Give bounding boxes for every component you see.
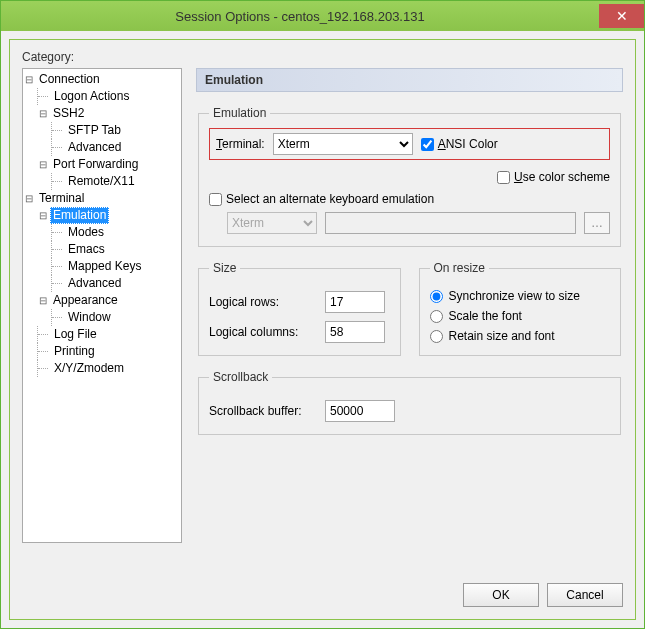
- terminal-select[interactable]: Xterm: [273, 133, 413, 155]
- tree-collapse-icon[interactable]: ⊟: [37, 207, 48, 224]
- tree-collapse-icon[interactable]: ⊟: [37, 292, 48, 309]
- tree-collapse-icon[interactable]: ⊟: [23, 190, 34, 207]
- logical-cols-input[interactable]: [325, 321, 385, 343]
- browse-button: …: [584, 212, 610, 234]
- tree-sftp-tab[interactable]: SFTP Tab: [65, 122, 124, 139]
- window-title: Session Options - centos_192.168.203.131: [1, 9, 599, 24]
- tree-port-forwarding[interactable]: Port Forwarding: [50, 156, 141, 173]
- tree-collapse-icon[interactable]: ⊟: [37, 105, 48, 122]
- dialog-body: Category: ⊟Connection Logon Actions ⊟SSH…: [9, 39, 636, 620]
- tree-appearance[interactable]: Appearance: [50, 292, 121, 309]
- tree-modes[interactable]: Modes: [65, 224, 107, 241]
- category-tree[interactable]: ⊟Connection Logon Actions ⊟SSH2 SFTP Tab…: [22, 68, 182, 543]
- resize-sync-radio[interactable]: [430, 290, 443, 303]
- resize-group: On resize Synchronize view to size Scale…: [419, 261, 622, 356]
- terminal-highlight-row: Terminal: Xterm ANSI Color: [209, 128, 610, 160]
- alt-keyboard-input[interactable]: [209, 193, 222, 206]
- tree-connection[interactable]: Connection: [36, 71, 103, 88]
- tree-emacs[interactable]: Emacs: [65, 241, 108, 258]
- emulation-legend: Emulation: [209, 106, 270, 120]
- resize-retain-radio[interactable]: [430, 330, 443, 343]
- resize-scale-radio[interactable]: [430, 310, 443, 323]
- tree-emulation[interactable]: Emulation: [50, 207, 109, 224]
- logical-rows-input[interactable]: [325, 291, 385, 313]
- tree-ssh2-advanced[interactable]: Advanced: [65, 139, 124, 156]
- scrollback-label: Scrollback buffer:: [209, 404, 319, 418]
- tree-collapse-icon[interactable]: ⊟: [23, 71, 34, 88]
- tree-logon-actions[interactable]: Logon Actions: [51, 88, 132, 105]
- close-button[interactable]: ✕: [599, 4, 644, 28]
- resize-retain-label: Retain size and font: [449, 329, 555, 343]
- logical-cols-label: Logical columns:: [209, 325, 319, 339]
- size-group: Size Logical rows: Logical columns:: [198, 261, 401, 356]
- emulation-group: Emulation Terminal: Xterm ANSI Color: [198, 106, 621, 247]
- tree-log-file[interactable]: Log File: [51, 326, 100, 343]
- ansi-color-checkbox[interactable]: ANSI Color: [421, 137, 498, 151]
- scrollback-input[interactable]: [325, 400, 395, 422]
- tree-printing[interactable]: Printing: [51, 343, 98, 360]
- close-icon: ✕: [616, 8, 628, 24]
- category-label: Category:: [22, 50, 623, 64]
- tree-terminal[interactable]: Terminal: [36, 190, 87, 207]
- resize-sync-label: Synchronize view to size: [449, 289, 580, 303]
- tree-remote-x11[interactable]: Remote/X11: [65, 173, 138, 190]
- alt-keyboard-checkbox[interactable]: Select an alternate keyboard emulation: [209, 192, 434, 206]
- cancel-button[interactable]: Cancel: [547, 583, 623, 607]
- use-color-scheme-checkbox[interactable]: Use color scheme: [497, 170, 610, 184]
- scrollback-legend: Scrollback: [209, 370, 272, 384]
- logical-rows-label: Logical rows:: [209, 295, 319, 309]
- alt-keyboard-select: Xterm: [227, 212, 317, 234]
- ok-button[interactable]: OK: [463, 583, 539, 607]
- tree-collapse-icon[interactable]: ⊟: [37, 156, 48, 173]
- panel-title: Emulation: [196, 68, 623, 92]
- session-options-window: Session Options - centos_192.168.203.131…: [0, 0, 645, 629]
- tree-window[interactable]: Window: [65, 309, 114, 326]
- tree-xyzmodem[interactable]: X/Y/Zmodem: [51, 360, 127, 377]
- tree-mapped-keys[interactable]: Mapped Keys: [65, 258, 144, 275]
- dialog-footer: OK Cancel: [22, 571, 623, 607]
- settings-panel: Emulation Emulation Terminal: Xterm ANSI…: [196, 68, 623, 571]
- use-color-scheme-input[interactable]: [497, 171, 510, 184]
- tree-ssh2[interactable]: SSH2: [50, 105, 87, 122]
- tree-emu-advanced[interactable]: Advanced: [65, 275, 124, 292]
- ellipsis-icon: …: [591, 216, 603, 230]
- size-legend: Size: [209, 261, 240, 275]
- scrollback-group: Scrollback Scrollback buffer:: [198, 370, 621, 435]
- ansi-color-input[interactable]: [421, 138, 434, 151]
- titlebar: Session Options - centos_192.168.203.131…: [1, 1, 644, 31]
- resize-scale-label: Scale the font: [449, 309, 522, 323]
- alt-keyboard-path: [325, 212, 576, 234]
- resize-legend: On resize: [430, 261, 489, 275]
- terminal-label: Terminal:: [216, 137, 265, 151]
